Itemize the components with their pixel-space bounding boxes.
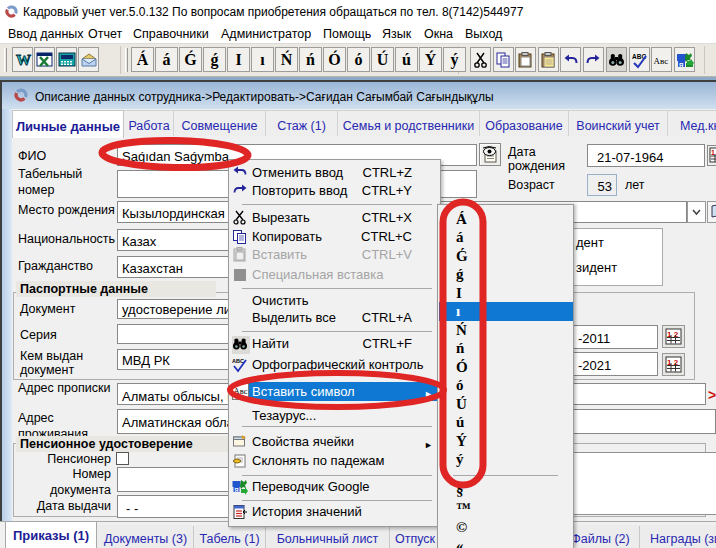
svg-text:Aвс: Aвс	[654, 56, 669, 66]
svg-text:Я: Я	[235, 487, 239, 493]
svg-text:Я: Я	[679, 62, 683, 68]
svg-text:ABC: ABC	[232, 358, 244, 364]
svg-text:W: W	[16, 52, 31, 68]
